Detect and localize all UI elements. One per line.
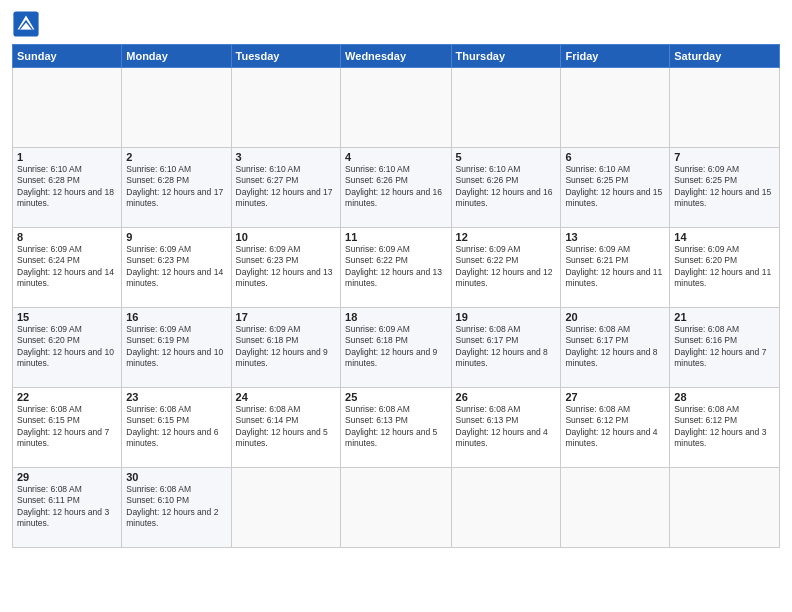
- calendar-cell: 16 Sunrise: 6:09 AMSunset: 6:19 PMDaylig…: [122, 308, 231, 388]
- day-info: Sunrise: 6:09 AMSunset: 6:24 PMDaylight:…: [17, 244, 117, 290]
- calendar-cell: 1 Sunrise: 6:10 AMSunset: 6:28 PMDayligh…: [13, 148, 122, 228]
- day-info: Sunrise: 6:08 AMSunset: 6:13 PMDaylight:…: [456, 404, 557, 450]
- day-number: 25: [345, 391, 446, 403]
- day-info: Sunrise: 6:08 AMSunset: 6:10 PMDaylight:…: [126, 484, 226, 530]
- day-info: Sunrise: 6:10 AMSunset: 6:25 PMDaylight:…: [565, 164, 665, 210]
- day-info: Sunrise: 6:09 AMSunset: 6:19 PMDaylight:…: [126, 324, 226, 370]
- day-number: 6: [565, 151, 665, 163]
- day-number: 18: [345, 311, 446, 323]
- calendar-cell: [231, 468, 340, 548]
- calendar-week-2: 8 Sunrise: 6:09 AMSunset: 6:24 PMDayligh…: [13, 228, 780, 308]
- header-day-sunday: Sunday: [13, 45, 122, 68]
- page: SundayMondayTuesdayWednesdayThursdayFrid…: [0, 0, 792, 612]
- day-info: Sunrise: 6:10 AMSunset: 6:28 PMDaylight:…: [17, 164, 117, 210]
- calendar-week-1: 1 Sunrise: 6:10 AMSunset: 6:28 PMDayligh…: [13, 148, 780, 228]
- calendar-week-3: 15 Sunrise: 6:09 AMSunset: 6:20 PMDaylig…: [13, 308, 780, 388]
- calendar-cell: 28 Sunrise: 6:08 AMSunset: 6:12 PMDaylig…: [670, 388, 780, 468]
- day-info: Sunrise: 6:08 AMSunset: 6:17 PMDaylight:…: [456, 324, 557, 370]
- day-info: Sunrise: 6:08 AMSunset: 6:16 PMDaylight:…: [674, 324, 775, 370]
- calendar-cell: 2 Sunrise: 6:10 AMSunset: 6:28 PMDayligh…: [122, 148, 231, 228]
- day-number: 29: [17, 471, 117, 483]
- calendar-cell: 4 Sunrise: 6:10 AMSunset: 6:26 PMDayligh…: [341, 148, 451, 228]
- calendar-cell: 20 Sunrise: 6:08 AMSunset: 6:17 PMDaylig…: [561, 308, 670, 388]
- day-info: Sunrise: 6:08 AMSunset: 6:12 PMDaylight:…: [674, 404, 775, 450]
- day-info: Sunrise: 6:10 AMSunset: 6:27 PMDaylight:…: [236, 164, 336, 210]
- day-number: 14: [674, 231, 775, 243]
- day-number: 8: [17, 231, 117, 243]
- header-day-friday: Friday: [561, 45, 670, 68]
- calendar-cell: 18 Sunrise: 6:09 AMSunset: 6:18 PMDaylig…: [341, 308, 451, 388]
- day-info: Sunrise: 6:09 AMSunset: 6:23 PMDaylight:…: [126, 244, 226, 290]
- calendar-cell: 29 Sunrise: 6:08 AMSunset: 6:11 PMDaylig…: [13, 468, 122, 548]
- day-number: 19: [456, 311, 557, 323]
- day-number: 5: [456, 151, 557, 163]
- day-number: 30: [126, 471, 226, 483]
- day-number: 24: [236, 391, 336, 403]
- calendar-cell: [561, 68, 670, 148]
- day-number: 3: [236, 151, 336, 163]
- day-info: Sunrise: 6:08 AMSunset: 6:15 PMDaylight:…: [126, 404, 226, 450]
- day-info: Sunrise: 6:09 AMSunset: 6:23 PMDaylight:…: [236, 244, 336, 290]
- calendar-body: 1 Sunrise: 6:10 AMSunset: 6:28 PMDayligh…: [13, 68, 780, 548]
- day-info: Sunrise: 6:10 AMSunset: 6:26 PMDaylight:…: [345, 164, 446, 210]
- calendar-cell: [231, 68, 340, 148]
- calendar-cell: [341, 468, 451, 548]
- day-number: 28: [674, 391, 775, 403]
- calendar-cell: 3 Sunrise: 6:10 AMSunset: 6:27 PMDayligh…: [231, 148, 340, 228]
- day-number: 17: [236, 311, 336, 323]
- day-number: 9: [126, 231, 226, 243]
- day-info: Sunrise: 6:09 AMSunset: 6:22 PMDaylight:…: [345, 244, 446, 290]
- header: [12, 10, 780, 38]
- calendar-cell: 24 Sunrise: 6:08 AMSunset: 6:14 PMDaylig…: [231, 388, 340, 468]
- header-day-tuesday: Tuesday: [231, 45, 340, 68]
- calendar-cell: 14 Sunrise: 6:09 AMSunset: 6:20 PMDaylig…: [670, 228, 780, 308]
- calendar-cell: 6 Sunrise: 6:10 AMSunset: 6:25 PMDayligh…: [561, 148, 670, 228]
- day-info: Sunrise: 6:10 AMSunset: 6:26 PMDaylight:…: [456, 164, 557, 210]
- calendar-cell: 17 Sunrise: 6:09 AMSunset: 6:18 PMDaylig…: [231, 308, 340, 388]
- day-number: 20: [565, 311, 665, 323]
- day-number: 23: [126, 391, 226, 403]
- calendar-cell: 22 Sunrise: 6:08 AMSunset: 6:15 PMDaylig…: [13, 388, 122, 468]
- day-number: 15: [17, 311, 117, 323]
- calendar-cell: 9 Sunrise: 6:09 AMSunset: 6:23 PMDayligh…: [122, 228, 231, 308]
- calendar-cell: 8 Sunrise: 6:09 AMSunset: 6:24 PMDayligh…: [13, 228, 122, 308]
- calendar-cell: [451, 468, 561, 548]
- day-number: 16: [126, 311, 226, 323]
- calendar-cell: 30 Sunrise: 6:08 AMSunset: 6:10 PMDaylig…: [122, 468, 231, 548]
- calendar-cell: 27 Sunrise: 6:08 AMSunset: 6:12 PMDaylig…: [561, 388, 670, 468]
- day-number: 1: [17, 151, 117, 163]
- calendar-cell: 12 Sunrise: 6:09 AMSunset: 6:22 PMDaylig…: [451, 228, 561, 308]
- day-number: 11: [345, 231, 446, 243]
- header-row: SundayMondayTuesdayWednesdayThursdayFrid…: [13, 45, 780, 68]
- day-info: Sunrise: 6:08 AMSunset: 6:13 PMDaylight:…: [345, 404, 446, 450]
- day-info: Sunrise: 6:09 AMSunset: 6:21 PMDaylight:…: [565, 244, 665, 290]
- day-info: Sunrise: 6:09 AMSunset: 6:20 PMDaylight:…: [674, 244, 775, 290]
- day-info: Sunrise: 6:09 AMSunset: 6:18 PMDaylight:…: [345, 324, 446, 370]
- calendar-cell: [670, 468, 780, 548]
- day-number: 13: [565, 231, 665, 243]
- calendar-week-0: [13, 68, 780, 148]
- header-day-monday: Monday: [122, 45, 231, 68]
- calendar-week-5: 29 Sunrise: 6:08 AMSunset: 6:11 PMDaylig…: [13, 468, 780, 548]
- calendar-cell: 5 Sunrise: 6:10 AMSunset: 6:26 PMDayligh…: [451, 148, 561, 228]
- calendar-cell: 25 Sunrise: 6:08 AMSunset: 6:13 PMDaylig…: [341, 388, 451, 468]
- calendar-cell: 19 Sunrise: 6:08 AMSunset: 6:17 PMDaylig…: [451, 308, 561, 388]
- day-info: Sunrise: 6:08 AMSunset: 6:11 PMDaylight:…: [17, 484, 117, 530]
- calendar-cell: 7 Sunrise: 6:09 AMSunset: 6:25 PMDayligh…: [670, 148, 780, 228]
- day-number: 22: [17, 391, 117, 403]
- day-number: 4: [345, 151, 446, 163]
- day-number: 7: [674, 151, 775, 163]
- calendar-cell: [670, 68, 780, 148]
- calendar-cell: [451, 68, 561, 148]
- day-info: Sunrise: 6:09 AMSunset: 6:22 PMDaylight:…: [456, 244, 557, 290]
- day-info: Sunrise: 6:08 AMSunset: 6:15 PMDaylight:…: [17, 404, 117, 450]
- day-info: Sunrise: 6:10 AMSunset: 6:28 PMDaylight:…: [126, 164, 226, 210]
- calendar-cell: 15 Sunrise: 6:09 AMSunset: 6:20 PMDaylig…: [13, 308, 122, 388]
- day-number: 2: [126, 151, 226, 163]
- calendar-week-4: 22 Sunrise: 6:08 AMSunset: 6:15 PMDaylig…: [13, 388, 780, 468]
- header-day-wednesday: Wednesday: [341, 45, 451, 68]
- day-number: 27: [565, 391, 665, 403]
- calendar-cell: 10 Sunrise: 6:09 AMSunset: 6:23 PMDaylig…: [231, 228, 340, 308]
- logo-icon: [12, 10, 40, 38]
- day-number: 21: [674, 311, 775, 323]
